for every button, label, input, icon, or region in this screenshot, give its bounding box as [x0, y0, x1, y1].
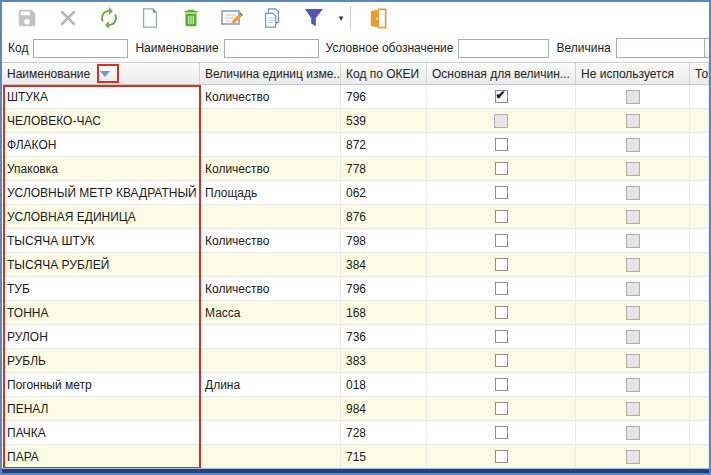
cell-unused[interactable]	[576, 181, 690, 205]
unused-checkbox[interactable]	[626, 210, 640, 224]
quantity-filter-input[interactable]	[616, 38, 704, 58]
cell-quantity[interactable]: Количество	[200, 229, 341, 253]
symbol-filter-input[interactable]	[458, 39, 549, 58]
unused-checkbox[interactable]	[626, 162, 640, 176]
primary-checkbox[interactable]	[495, 330, 508, 343]
edit-button[interactable]	[211, 3, 252, 33]
table-row[interactable]: ПАЧКА 728	[2, 421, 709, 445]
unused-checkbox[interactable]	[626, 378, 640, 392]
cell-unused[interactable]	[576, 133, 690, 157]
primary-checkbox[interactable]	[495, 450, 508, 463]
cell-quantity[interactable]	[200, 133, 341, 157]
cell-unused[interactable]	[576, 349, 690, 373]
add-button[interactable]	[129, 3, 170, 33]
cell-unused[interactable]	[576, 445, 690, 469]
cell-name[interactable]: ПАЧКА	[2, 421, 200, 445]
cell-name[interactable]: ТОННА	[2, 301, 200, 325]
cell-okei-code[interactable]: 018	[341, 373, 427, 397]
table-row[interactable]: РУЛОН 736	[2, 325, 709, 349]
table-row[interactable]: РУБЛЬ 383	[2, 349, 709, 373]
cell-okei-code[interactable]: 728	[341, 421, 427, 445]
unused-checkbox[interactable]	[626, 354, 640, 368]
filter-button[interactable]	[293, 3, 334, 33]
cell-unused[interactable]	[576, 277, 690, 301]
cell-unused[interactable]	[576, 157, 690, 181]
cell-okei-code[interactable]: 736	[341, 325, 427, 349]
cell-primary[interactable]	[427, 277, 576, 301]
cell-quantity[interactable]	[200, 445, 341, 469]
cell-quantity[interactable]	[200, 325, 341, 349]
cell-unused[interactable]	[576, 205, 690, 229]
primary-checkbox[interactable]	[495, 258, 508, 271]
cell-quantity[interactable]: Площадь	[200, 181, 341, 205]
primary-checkbox[interactable]	[495, 234, 508, 247]
cell-name[interactable]: Погонный метр	[2, 373, 200, 397]
column-header-okei-code[interactable]: Код по ОКЕИ	[341, 63, 427, 84]
cell-okei-code[interactable]: 383	[341, 349, 427, 373]
cell-primary[interactable]	[427, 301, 576, 325]
cell-primary[interactable]	[427, 349, 576, 373]
cell-name[interactable]: РУЛОН	[2, 325, 200, 349]
primary-checkbox[interactable]	[495, 306, 508, 319]
unused-checkbox[interactable]	[626, 426, 640, 440]
refresh-button[interactable]	[88, 3, 129, 33]
column-header-quantity[interactable]: Величина единиц изме...	[200, 63, 341, 84]
cell-okei-code[interactable]: 778	[341, 157, 427, 181]
table-row[interactable]: ТУБ Количество 796	[2, 277, 709, 301]
cell-okei-code[interactable]: 539	[341, 109, 427, 133]
cell-primary[interactable]	[427, 181, 576, 205]
cell-okei-code[interactable]: 798	[341, 229, 427, 253]
cell-okei-code[interactable]: 715	[341, 445, 427, 469]
cell-okei-code[interactable]: 384	[341, 253, 427, 277]
cell-primary[interactable]	[427, 205, 576, 229]
table-row[interactable]: УСЛОВНАЯ ЕДИНИЦА 876	[2, 205, 709, 229]
cell-okei-code[interactable]: 168	[341, 301, 427, 325]
cell-quantity[interactable]: Количество	[200, 157, 341, 181]
unused-checkbox[interactable]	[626, 186, 640, 200]
cell-unused[interactable]	[576, 301, 690, 325]
unused-checkbox[interactable]	[626, 138, 640, 152]
table-row[interactable]: ТЫСЯЧА РУБЛЕЙ 384	[2, 253, 709, 277]
cell-primary[interactable]	[427, 133, 576, 157]
cell-name[interactable]: ЧЕЛОВЕКО-ЧАС	[2, 109, 200, 133]
cell-name[interactable]: ПЕНАЛ	[2, 397, 200, 421]
cell-quantity[interactable]	[200, 421, 341, 445]
table-row[interactable]: ШТУКА Количество 796	[2, 85, 709, 109]
primary-checkbox[interactable]	[495, 426, 508, 439]
cell-okei-code[interactable]: 796	[341, 277, 427, 301]
cell-name[interactable]: УСЛОВНЫЙ МЕТР КВАДРАТНЫЙ	[2, 181, 200, 205]
name-filter-input[interactable]	[224, 39, 319, 58]
unused-checkbox[interactable]	[626, 330, 640, 344]
primary-checkbox[interactable]	[495, 402, 508, 415]
table-row[interactable]: ПАРА 715	[2, 445, 709, 469]
cell-okei-code[interactable]: 984	[341, 397, 427, 421]
exit-button[interactable]	[357, 3, 398, 33]
primary-checkbox[interactable]	[495, 138, 508, 151]
cell-primary[interactable]	[427, 109, 576, 133]
unused-checkbox[interactable]	[626, 306, 640, 320]
primary-checkbox[interactable]	[495, 282, 508, 295]
cell-primary[interactable]	[427, 253, 576, 277]
unused-checkbox[interactable]	[626, 402, 640, 416]
cell-name[interactable]: РУБЛЬ	[2, 349, 200, 373]
table-row[interactable]: ТЫСЯЧА ШТУК Количество 798	[2, 229, 709, 253]
table-row[interactable]: ПЕНАЛ 984	[2, 397, 709, 421]
quantity-filter-combobox[interactable]	[616, 38, 711, 58]
cell-primary[interactable]	[427, 373, 576, 397]
table-row[interactable]: Погонный метр Длина 018	[2, 373, 709, 397]
cell-quantity[interactable]	[200, 349, 341, 373]
cell-name[interactable]: УСЛОВНАЯ ЕДИНИЦА	[2, 205, 200, 229]
column-header-name[interactable]: Наименование	[2, 63, 200, 84]
cell-unused[interactable]	[576, 85, 690, 109]
table-row[interactable]: ЧЕЛОВЕКО-ЧАС 539	[2, 109, 709, 133]
unused-checkbox[interactable]	[626, 258, 640, 272]
cell-okei-code[interactable]: 796	[341, 85, 427, 109]
cell-name[interactable]: Упаковка	[2, 157, 200, 181]
cell-unused[interactable]	[576, 397, 690, 421]
cell-unused[interactable]	[576, 325, 690, 349]
delete-button[interactable]	[170, 3, 211, 33]
unused-checkbox[interactable]	[626, 450, 640, 464]
cancel-button[interactable]	[47, 3, 88, 33]
cell-primary[interactable]	[427, 421, 576, 445]
cell-quantity[interactable]	[200, 109, 341, 133]
